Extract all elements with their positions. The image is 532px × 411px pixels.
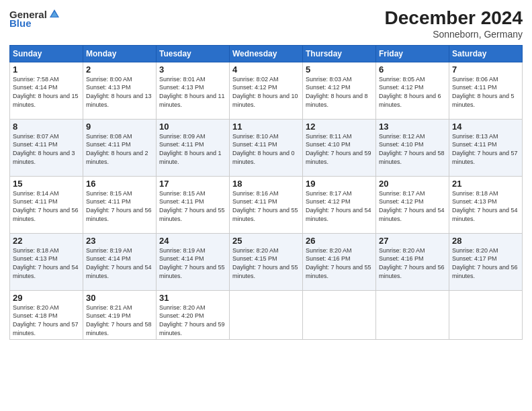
calendar-table: SundayMondayTuesdayWednesdayThursdayFrid… [9,45,523,340]
header-tuesday: Tuesday [157,45,230,62]
header-sunday: Sunday [10,45,83,62]
day-info: Sunrise: 8:08 AMSunset: 4:11 PMDaylight:… [86,132,153,166]
day-number: 12 [306,122,373,132]
day-info: Sunrise: 8:20 AMSunset: 4:18 PMDaylight:… [13,304,80,337]
day-info: Sunrise: 8:16 AMSunset: 4:11 PMDaylight:… [232,189,300,223]
day-number: 9 [86,122,153,132]
day-number: 28 [452,236,519,246]
day-number: 19 [306,179,373,189]
calendar-cell: 6Sunrise: 8:05 AMSunset: 4:12 PMDaylight… [376,62,449,119]
calendar-cell: 9Sunrise: 8:08 AMSunset: 4:11 PMDaylight… [83,119,157,176]
day-info: Sunrise: 8:01 AMSunset: 4:13 PMDaylight:… [159,75,226,109]
day-number: 4 [232,64,300,75]
day-info: Sunrise: 8:10 AMSunset: 4:11 PMDaylight:… [232,132,300,166]
header-saturday: Saturday [449,45,523,62]
day-number: 8 [13,122,80,132]
day-number: 18 [232,179,300,189]
day-info: Sunrise: 8:07 AMSunset: 4:11 PMDaylight:… [13,132,80,166]
calendar-cell: 23Sunrise: 8:19 AMSunset: 4:14 PMDayligh… [83,233,157,290]
calendar-cell: 10Sunrise: 8:09 AMSunset: 4:11 PMDayligh… [157,119,230,176]
calendar-cell: 29Sunrise: 8:20 AMSunset: 4:18 PMDayligh… [10,290,83,339]
calendar-cell: 21Sunrise: 8:18 AMSunset: 4:13 PMDayligh… [449,176,523,233]
calendar-cell [230,290,303,339]
day-number: 16 [86,179,153,189]
page-container: General Blue December 2024 Sonneborn, Ge… [0,0,532,411]
day-number: 5 [306,64,373,75]
header-friday: Friday [376,45,449,62]
day-number: 13 [379,122,446,132]
day-number: 6 [379,64,446,75]
week-row-4: 22Sunrise: 8:18 AMSunset: 4:13 PMDayligh… [10,233,523,290]
calendar-cell: 3Sunrise: 8:01 AMSunset: 4:13 PMDaylight… [157,62,230,119]
calendar-cell: 1Sunrise: 7:58 AMSunset: 4:14 PMDaylight… [10,62,83,119]
calendar-cell [376,290,449,339]
calendar-cell: 22Sunrise: 8:18 AMSunset: 4:13 PMDayligh… [10,233,83,290]
day-number: 22 [13,236,80,246]
calendar-cell: 14Sunrise: 8:13 AMSunset: 4:11 PMDayligh… [449,119,523,176]
day-info: Sunrise: 8:15 AMSunset: 4:11 PMDaylight:… [86,189,153,223]
day-info: Sunrise: 8:06 AMSunset: 4:11 PMDaylight:… [452,75,519,109]
calendar-cell: 8Sunrise: 8:07 AMSunset: 4:11 PMDaylight… [10,119,83,176]
day-info: Sunrise: 8:02 AMSunset: 4:12 PMDaylight:… [232,75,300,109]
calendar-cell: 20Sunrise: 8:17 AMSunset: 4:12 PMDayligh… [376,176,449,233]
calendar-cell: 15Sunrise: 8:14 AMSunset: 4:11 PMDayligh… [10,176,83,233]
day-number: 25 [232,236,300,246]
day-number: 3 [159,64,226,75]
calendar-cell: 24Sunrise: 8:19 AMSunset: 4:14 PMDayligh… [157,233,230,290]
day-info: Sunrise: 8:09 AMSunset: 4:11 PMDaylight:… [159,132,226,166]
day-number: 2 [86,64,153,75]
calendar-cell: 27Sunrise: 8:20 AMSunset: 4:16 PMDayligh… [376,233,449,290]
title-block: December 2024 Sonneborn, Germany [385,8,523,40]
header-monday: Monday [83,45,157,62]
week-row-2: 8Sunrise: 8:07 AMSunset: 4:11 PMDaylight… [10,119,523,176]
header-row: SundayMondayTuesdayWednesdayThursdayFrid… [10,45,523,62]
day-info: Sunrise: 8:18 AMSunset: 4:13 PMDaylight:… [13,246,80,280]
calendar-cell: 13Sunrise: 8:12 AMSunset: 4:10 PMDayligh… [376,119,449,176]
day-info: Sunrise: 8:05 AMSunset: 4:12 PMDaylight:… [379,75,446,109]
day-number: 15 [13,179,80,189]
day-number: 30 [86,293,153,303]
calendar-cell: 16Sunrise: 8:15 AMSunset: 4:11 PMDayligh… [83,176,157,233]
location: Sonneborn, Germany [385,29,523,40]
header: General Blue December 2024 Sonneborn, Ge… [9,8,523,40]
day-info: Sunrise: 8:00 AMSunset: 4:13 PMDaylight:… [86,75,153,109]
day-number: 21 [452,179,519,189]
calendar-cell: 11Sunrise: 8:10 AMSunset: 4:11 PMDayligh… [230,119,303,176]
logo-icon [48,8,60,20]
calendar-cell: 28Sunrise: 8:20 AMSunset: 4:17 PMDayligh… [449,233,523,290]
header-wednesday: Wednesday [230,45,303,62]
day-info: Sunrise: 8:14 AMSunset: 4:11 PMDaylight:… [13,189,80,223]
day-number: 1 [13,64,80,75]
calendar-cell: 4Sunrise: 8:02 AMSunset: 4:12 PMDaylight… [230,62,303,119]
calendar-cell [449,290,523,339]
day-number: 11 [232,122,300,132]
day-info: Sunrise: 8:20 AMSunset: 4:15 PMDaylight:… [232,246,300,280]
day-info: Sunrise: 8:21 AMSunset: 4:19 PMDaylight:… [86,304,153,337]
day-number: 24 [159,236,226,246]
day-info: Sunrise: 8:13 AMSunset: 4:11 PMDaylight:… [452,132,519,166]
day-info: Sunrise: 8:20 AMSunset: 4:20 PMDaylight:… [159,304,226,337]
day-number: 10 [159,122,226,132]
month-title: December 2024 [385,8,523,29]
day-number: 26 [306,236,373,246]
day-number: 31 [159,293,226,303]
calendar-cell: 5Sunrise: 8:03 AMSunset: 4:12 PMDaylight… [303,62,376,119]
day-number: 7 [452,64,519,75]
header-thursday: Thursday [303,45,376,62]
calendar-cell: 31Sunrise: 8:20 AMSunset: 4:20 PMDayligh… [157,290,230,339]
calendar-cell: 17Sunrise: 8:15 AMSunset: 4:11 PMDayligh… [157,176,230,233]
day-info: Sunrise: 8:03 AMSunset: 4:12 PMDaylight:… [306,75,373,109]
week-row-1: 1Sunrise: 7:58 AMSunset: 4:14 PMDaylight… [10,62,523,119]
day-info: Sunrise: 8:15 AMSunset: 4:11 PMDaylight:… [159,189,226,223]
logo: General Blue [9,8,60,29]
day-info: Sunrise: 8:20 AMSunset: 4:16 PMDaylight:… [379,246,446,280]
calendar-cell [303,290,376,339]
day-info: Sunrise: 8:11 AMSunset: 4:10 PMDaylight:… [306,132,373,166]
day-info: Sunrise: 8:19 AMSunset: 4:14 PMDaylight:… [159,246,226,280]
calendar-cell: 18Sunrise: 8:16 AMSunset: 4:11 PMDayligh… [230,176,303,233]
day-info: Sunrise: 7:58 AMSunset: 4:14 PMDaylight:… [13,75,80,109]
calendar-cell: 25Sunrise: 8:20 AMSunset: 4:15 PMDayligh… [230,233,303,290]
week-row-5: 29Sunrise: 8:20 AMSunset: 4:18 PMDayligh… [10,290,523,339]
day-number: 17 [159,179,226,189]
day-number: 23 [86,236,153,246]
